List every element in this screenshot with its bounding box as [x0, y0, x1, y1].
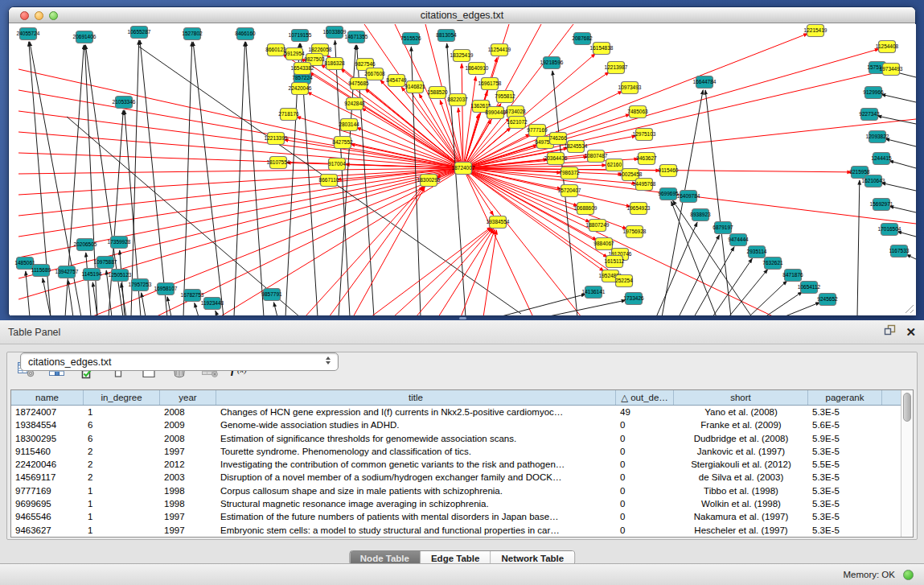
window-zoom-button[interactable]	[49, 11, 58, 20]
graph-node-1244415[interactable]: 1244415	[871, 153, 892, 165]
memory-status-indicator[interactable]	[903, 570, 914, 580]
graph-node-1588520[interactable]: 1588520	[427, 87, 448, 99]
network-canvas[interactable]: 2405572420691406106552871527802846616010…	[10, 24, 916, 315]
float-window-icon[interactable]	[884, 320, 896, 344]
graph-node-10807487[interactable]: 10807487	[585, 150, 608, 163]
graph-node-16543382[interactable]: 16543382	[291, 63, 314, 75]
graph-node-9884067[interactable]: 9884067	[593, 238, 614, 250]
column-header-name[interactable]: name	[11, 390, 84, 405]
graph-node-18724007[interactable]: 18724007	[452, 163, 475, 175]
graph-node-16409784[interactable]: 16409784	[677, 191, 700, 203]
table-scrollbar-thumb[interactable]	[903, 393, 911, 422]
table-row[interactable]: 977716911998Corpus callosum shape and si…	[11, 484, 902, 497]
graph-node-7632621[interactable]: 7632621	[762, 257, 783, 270]
graph-node-14671355[interactable]: 14671355	[345, 31, 368, 43]
graph-node-17016504[interactable]: 17016504	[878, 224, 901, 236]
column-header-in_degree[interactable]: in_degree	[84, 390, 160, 405]
graph-node-18245534[interactable]: 18245534	[565, 141, 588, 153]
table-row[interactable]: 946362711997Embryonic stem cells: a mode…	[11, 524, 902, 537]
column-header-title[interactable]: title	[216, 390, 616, 405]
graph-node-8990448[interactable]: 8990448	[485, 107, 506, 119]
table-scrollbar[interactable]	[901, 390, 913, 537]
graph-node-8471876[interactable]: 8471876	[782, 270, 803, 282]
graph-node-8667110[interactable]: 8667110	[319, 175, 339, 187]
graph-node-1145194[interactable]: 1145194	[82, 269, 102, 281]
graph-node-16644784[interactable]: 16644784	[693, 76, 717, 89]
graph-node-16154838[interactable]: 16154838	[590, 43, 614, 55]
graph-node-8822037[interactable]: 8822037	[447, 94, 468, 106]
graph-node-12213399[interactable]: 12213399	[265, 133, 288, 145]
graph-node-10975887[interactable]: 10975887	[94, 257, 117, 269]
graph-node-9777169[interactable]: 9777169	[527, 125, 548, 137]
graph-node-15692971[interactable]: 15692971	[870, 199, 893, 211]
graph-node-7485063[interactable]: 7485063	[627, 106, 648, 118]
graph-node-8813054[interactable]: 8813054	[436, 30, 457, 42]
graph-node-10654112[interactable]: 10654112	[798, 282, 821, 294]
graph-node-12213987[interactable]: 12213987	[605, 62, 628, 74]
graph-node-9115460[interactable]: 9115460	[659, 165, 679, 177]
graph-node-10973493[interactable]: 10973493	[618, 82, 642, 94]
graph-node-917004[interactable]: 917004	[328, 159, 346, 171]
graph-node-16782753[interactable]: 16782753	[181, 290, 204, 302]
column-header-out_de[interactable]: △ out_de…	[616, 390, 674, 405]
table-row[interactable]: 1456911722003Disruption of a novel membe…	[11, 471, 902, 484]
table-row[interactable]: 969969511998Structural magnetic resonanc…	[11, 497, 902, 510]
graph-node-1115689[interactable]: 1115689	[31, 265, 51, 277]
graph-node-12215419[interactable]: 12215419	[804, 25, 827, 37]
graph-node-16958107[interactable]: 16958107	[154, 283, 178, 295]
graph-node-8660123[interactable]: 8660123	[265, 44, 286, 56]
graph-node-7955812[interactable]: 7955812	[495, 91, 515, 103]
graph-node-8938923[interactable]: 8938923	[690, 209, 711, 221]
graph-node-1615112[interactable]: 1615112	[605, 256, 625, 268]
graph-node-1167533[interactable]: 1167533	[889, 245, 910, 257]
graph-node-18300295[interactable]: 18300295	[417, 175, 441, 187]
graph-node-2803144[interactable]: 2803144	[339, 119, 359, 131]
graph-node-5912954[interactable]: 5912954	[284, 48, 305, 60]
graph-node-746266[interactable]: 746266	[549, 133, 567, 145]
graph-node-9129966[interactable]: 9129966	[863, 87, 884, 99]
graph-node-8454749[interactable]: 8454749	[386, 75, 407, 87]
graph-node-12093822[interactable]: 12093822	[866, 131, 889, 143]
graph-node-11254408[interactable]: 11254408	[876, 41, 899, 53]
graph-node-11254419[interactable]: 11254419	[488, 44, 511, 56]
graph-node-9475685[interactable]: 9475685	[348, 78, 369, 90]
graph-node-19384554[interactable]: 19384554	[487, 216, 510, 229]
graph-node-14136141[interactable]: 14136141	[582, 286, 606, 299]
graph-node-19756928[interactable]: 19756928	[623, 226, 647, 238]
graph-node-18325419[interactable]: 18325419	[450, 50, 474, 62]
graph-node-1621072[interactable]: 1621072	[507, 117, 528, 129]
graph-node-9857791[interactable]: 9857791	[261, 289, 282, 301]
graph-node-9463627[interactable]: 9463627	[636, 153, 657, 165]
graph-node-16210643[interactable]: 16210643	[862, 175, 885, 187]
graph-node-20364436[interactable]: 20364436	[544, 153, 568, 165]
graph-node-6879197[interactable]: 6879197	[713, 222, 733, 234]
graph-node-1527802[interactable]: 1527802	[182, 28, 203, 40]
graph-node-19654923[interactable]: 19654923	[627, 203, 651, 215]
graph-node-1733426[interactable]: 1733426	[623, 293, 644, 305]
graph-node-21053346[interactable]: 21053346	[113, 97, 136, 109]
graph-node-17957253[interactable]: 17957253	[129, 279, 152, 291]
graph-node-2935114[interactable]: 2935114	[747, 246, 767, 258]
column-header-short[interactable]: short	[674, 390, 808, 405]
graph-node-19218596[interactable]: 19218596	[540, 57, 564, 69]
graph-node-2667608[interactable]: 2667608	[364, 68, 385, 80]
graph-node-7515526[interactable]: 7515526	[400, 33, 421, 45]
network-window-titlebar[interactable]: citations_edges.txt	[9, 7, 915, 23]
table-row[interactable]: 2242004622012Investigating the contribut…	[11, 458, 902, 471]
column-header-pagerank[interactable]: pagerank	[808, 390, 882, 405]
graph-node-16033809[interactable]: 16033809	[323, 27, 347, 39]
graph-node-15720407[interactable]: 15720407	[558, 185, 581, 197]
graph-node-13942757[interactable]: 13942757	[55, 266, 79, 278]
table-row[interactable]: 1938455462009Genome-wide association stu…	[11, 418, 902, 431]
graph-node-9474444[interactable]: 9474444	[728, 234, 749, 246]
graph-node-9227343[interactable]: 9227343	[859, 109, 880, 121]
graph-node-62160[interactable]: 62160	[606, 159, 623, 171]
graph-node-11923448[interactable]: 11923448	[201, 298, 224, 310]
graph-node-20691406[interactable]: 20691406	[73, 31, 97, 43]
graph-node-12975103[interactable]: 12975103	[633, 129, 656, 141]
graph-node-19734493[interactable]: 19734493	[880, 64, 903, 76]
graph-node-10655287[interactable]: 10655287	[128, 27, 151, 39]
table-row[interactable]: 946554611997Estimation of the future num…	[11, 510, 902, 523]
graph-node-22420046[interactable]: 22420046	[289, 83, 312, 95]
window-minimize-button[interactable]	[35, 11, 43, 20]
